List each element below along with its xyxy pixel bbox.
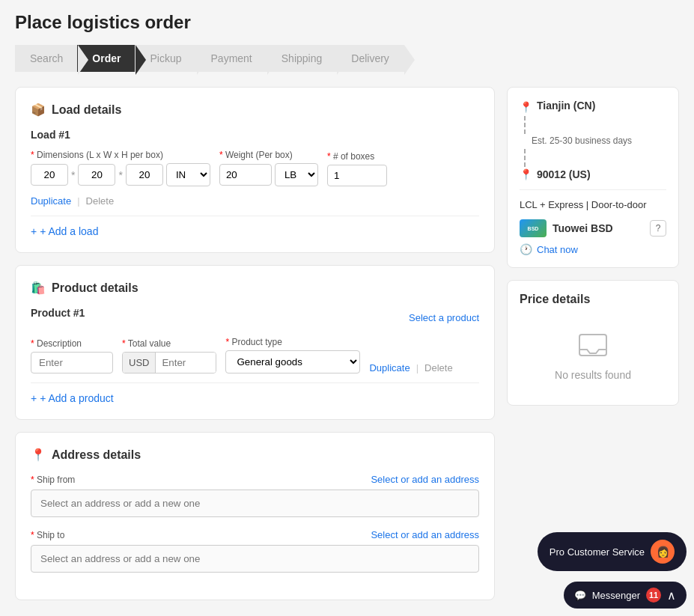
provider-logo: BSD [520,219,547,237]
origin-dot-icon: 📍 [520,101,532,113]
load-number: Load #1 [31,129,479,141]
product-header: Product #1 Select a product [31,307,479,328]
step-search[interactable]: Search [15,45,78,72]
dim-height-input[interactable] [126,164,163,186]
ship-to-label: * Ship to [31,530,64,540]
delete-load-button[interactable]: Delete [86,195,115,207]
chat-now-button[interactable]: 🕐 Chat now [520,243,666,255]
product-icon: 🛍️ [31,281,46,295]
price-details-card: Price details No results found [507,280,679,406]
load-details-card: 📦 Load details Load #1 * Dimensions (L x… [15,87,495,253]
page-title: Place logistics order [15,12,679,33]
weight-label: * Weight (Per box) [219,150,318,160]
add-load-icon: + [31,225,37,237]
address-details-title: 📍 Address details [31,448,479,462]
messenger-bar[interactable]: 💬 Messenger 11 ∧ [564,582,687,609]
messenger-label: Messenger [592,590,640,601]
weight-input[interactable] [219,164,272,186]
no-results: No results found [520,315,666,393]
ship-from-input[interactable] [31,490,479,517]
load-row-actions: Duplicate | Delete [31,195,114,207]
add-load-button[interactable]: + + Add a load [31,225,479,237]
address-icon: 📍 [31,448,46,462]
route-destination: 90012 (US) [537,168,591,180]
route-service: LCL + Express | Door-to-door [520,199,666,210]
pro-customer-service-button[interactable]: Pro Customer Service 👩 [538,532,687,571]
steps-nav: Search Order Pickup Payment Shipping Del… [15,45,679,72]
add-product-icon: + [31,392,37,404]
add-product-button[interactable]: + + Add a product [31,392,479,404]
ship-from-row: * Ship from Select or add an address [31,474,479,517]
route-origin: Tianjin (CN) [537,100,595,112]
dimensions-label: * Dimensions (L x W x H per box) [31,150,210,160]
address-details-card: 📍 Address details * Ship from Select or … [15,432,495,600]
dim-length-input[interactable] [31,164,68,186]
select-product-button[interactable]: Select a product [409,312,479,323]
ship-from-label: * Ship from [31,475,75,485]
currency-badge: USD [123,353,156,373]
product-details-title: 🛍️ Product details [31,281,479,295]
product-number: Product #1 [31,307,85,319]
description-input[interactable] [31,352,113,373]
route-info-card: 📍 Tianjin (CN) Est. 25-30 business days … [507,87,679,268]
route-dashed-line-2 [524,149,526,167]
provider-row: BSD Tuowei BSD ? [520,219,666,237]
duplicate-product-button[interactable]: Duplicate [369,362,410,373]
load-icon: 📦 [31,103,46,117]
product-details-card: 🛍️ Product details Product #1 Select a p… [15,265,495,420]
total-value-label: * Total value [122,338,216,349]
boxes-input[interactable] [327,165,387,186]
weight-unit-select[interactable]: LB KG [275,163,318,186]
product-type-label: * Product type [225,337,360,347]
product-row-actions: Duplicate | Delete [369,362,452,373]
dim-width-input[interactable] [78,164,115,186]
ship-to-link-button[interactable]: Select or add an address [371,529,479,540]
ship-to-input[interactable] [31,545,479,573]
product-type-select[interactable]: General goods Electronics Apparel Docume… [225,350,360,373]
pro-service-avatar: 👩 [651,540,675,564]
value-input[interactable] [156,353,216,373]
pro-service-label: Pro Customer Service [550,546,645,558]
ship-from-link-button[interactable]: Select or add an address [371,474,479,485]
description-label: * Description [31,338,113,349]
dimension-unit-select[interactable]: IN CM [166,163,210,186]
inbox-icon [575,327,611,363]
duplicate-load-button[interactable]: Duplicate [31,195,71,207]
load-details-title: 📦 Load details [31,103,479,117]
expand-icon: ∧ [667,588,676,603]
boxes-label: * # of boxes [327,151,387,162]
provider-name: Tuowei BSD [553,222,644,234]
route-dashed-line [524,116,526,134]
chat-icon: 🕐 [520,243,532,255]
help-icon[interactable]: ? [650,220,666,237]
messenger-badge: 11 [646,588,661,603]
route-days: Est. 25-30 business days [532,135,666,146]
ship-to-row: * Ship to Select or add an address [31,529,479,573]
dest-dot-icon: 📍 [520,168,532,180]
svg-rect-0 [579,335,606,356]
price-details-title: Price details [520,293,666,306]
messenger-icon: 💬 [574,590,586,601]
delete-product-button[interactable]: Delete [424,362,453,373]
